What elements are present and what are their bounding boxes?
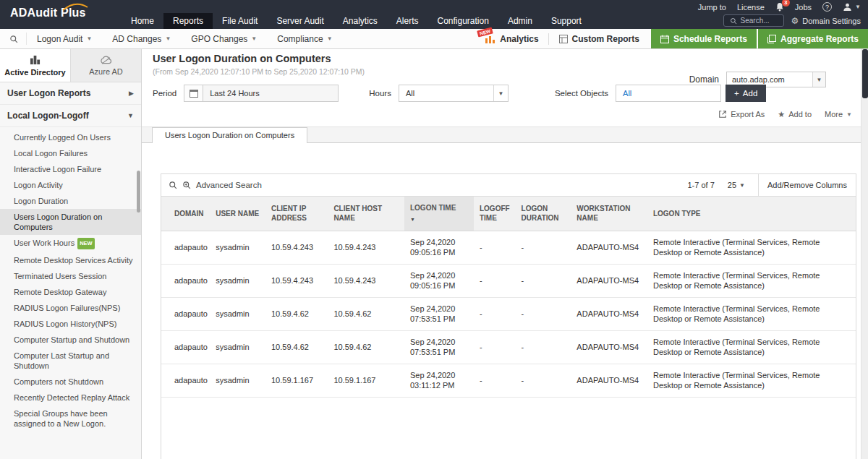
report-date-range: (From Sep 24,2020 12:07:10 PM to Sep 25,… xyxy=(153,67,365,76)
jobs-link[interactable]: Jobs xyxy=(795,3,812,12)
sidebar-item-currently-logged-on-users[interactable]: Currently Logged On Users xyxy=(0,129,141,145)
nav-file-audit[interactable]: File Audit xyxy=(213,13,267,29)
column-header-client-ip[interactable]: CLIENT IP ADDRESS xyxy=(265,197,328,231)
tab-azure-ad[interactable]: Azure AD xyxy=(71,49,141,82)
search-placeholder: Search... xyxy=(741,17,770,25)
jump-to-link[interactable]: Jump to xyxy=(698,3,726,12)
help-button[interactable]: ? xyxy=(822,2,832,12)
sidebar-item-remote-desktop-gateway[interactable]: Remote Desktop Gateway xyxy=(0,284,141,300)
nav-home[interactable]: Home xyxy=(122,13,163,29)
sidebar-item-logon-duration[interactable]: Logon Duration xyxy=(0,193,141,209)
cell-client-host: 10.59.4.62 xyxy=(328,297,404,330)
hours-select[interactable]: All ▼ xyxy=(399,85,509,102)
page-scrollbar-thumb[interactable] xyxy=(862,49,868,98)
chevron-down-icon: ▼ xyxy=(812,72,825,87)
sidebar-item-radius-logon-failures-nps[interactable]: RADIUS Logon Failures(NPS) xyxy=(0,300,141,316)
menu-gpo-changes[interactable]: GPO Changes▼ xyxy=(181,34,267,44)
add-remove-columns-button[interactable]: Add/Remove Columns xyxy=(758,174,856,196)
nav-support[interactable]: Support xyxy=(542,13,591,29)
sidebar-item-computer-startup-and-shutdown[interactable]: Computer Startup and Shutdown xyxy=(0,332,141,348)
search-icon xyxy=(730,17,737,25)
chevron-down-icon: ▼ xyxy=(739,182,745,189)
sidebar-item-computers-not-shutdown[interactable]: Computers not Shutdown xyxy=(0,374,141,390)
sidebar-item-remote-desktop-services-activity[interactable]: Remote Desktop Services Activity xyxy=(0,252,141,268)
tab-users-logon-duration[interactable]: Users Logon Duration on Computers xyxy=(152,127,307,143)
sidebar-item-user-work-hours[interactable]: User Work HoursNEW xyxy=(0,235,141,252)
nav-alerts[interactable]: Alerts xyxy=(387,13,428,29)
menu-compliance[interactable]: Compliance▼ xyxy=(267,34,342,44)
nav-admin[interactable]: Admin xyxy=(498,13,542,29)
column-header-logon-type[interactable]: LOGON TYPE xyxy=(647,197,856,231)
sidebar-section-local-logon-logoff[interactable]: Local Logon-Logoff ▼ xyxy=(0,105,141,127)
domain-settings-button[interactable]: ⚙ Domain Settings xyxy=(791,17,861,25)
period-picker[interactable]: Last 24 Hours xyxy=(184,85,339,102)
cell-domain: adapauto xyxy=(161,264,210,297)
sidebar-item-terminated-users-session[interactable]: Terminated Users Session xyxy=(0,268,141,284)
table-row: adapauto sysadmin 10.59.4.62 10.59.4.62 … xyxy=(161,330,856,364)
cell-client-host: 10.59.4.243 xyxy=(328,264,404,297)
menu-logon-audit[interactable]: Logon Audit▼ xyxy=(27,34,102,44)
sidebar-report-list: Currently Logged On Users Local Logon Fa… xyxy=(0,127,141,437)
cell-logoff-time: - xyxy=(474,264,516,297)
filter-row: Period Last 24 Hours Hours All ▼ Select … xyxy=(153,85,766,102)
advanced-search-button[interactable]: Advanced Search xyxy=(169,181,262,189)
schedule-reports-button[interactable]: Schedule Reports xyxy=(651,29,757,48)
column-header-logon-time[interactable]: LOGON TIME ▼ xyxy=(404,197,474,231)
column-header-logon-duration[interactable]: LOGON DURATION xyxy=(516,197,571,231)
column-header-domain[interactable]: DOMAIN xyxy=(161,197,210,231)
add-button[interactable]: + Add xyxy=(726,85,766,102)
page-size-select[interactable]: 25 ▼ xyxy=(728,181,745,189)
sidebar-item-special-groups-new-logon[interactable]: Special Groups have been assigned to a N… xyxy=(0,406,141,432)
sidebar-item-users-logon-duration-on-computers[interactable]: Users Logon Duration on Computers xyxy=(0,209,141,235)
sidebar-item-recently-detected-replay-attack[interactable]: Recently Detected Replay Attack xyxy=(0,390,141,406)
select-objects-input[interactable]: All xyxy=(616,85,721,102)
table-toolbar-right: 1-7 of 7 25 ▼ Add/Remove Columns xyxy=(687,174,856,196)
export-as-button[interactable]: Export As xyxy=(718,110,765,119)
column-header-workstation[interactable]: WORKSTATION NAME xyxy=(571,197,647,231)
cloud-icon xyxy=(99,56,113,64)
app-logo[interactable]: ADAudit Plus xyxy=(10,7,86,20)
analytics-button[interactable]: NEW Analytics xyxy=(476,29,548,48)
aggregate-reports-button[interactable]: Aggregate Reports xyxy=(758,29,868,48)
calendar-icon xyxy=(190,90,198,98)
sidebar-section-user-logon-reports[interactable]: User Logon Reports ▶ xyxy=(0,82,141,105)
column-header-user-name[interactable]: USER NAME xyxy=(210,197,265,231)
cell-logoff-time: - xyxy=(474,297,516,330)
cell-client-ip: 10.59.1.167 xyxy=(265,364,328,397)
tab-active-directory[interactable]: Active Directory xyxy=(0,49,71,82)
nav-configuration[interactable]: Configuration xyxy=(428,13,498,29)
sidebar-item-radius-logon-history-nps[interactable]: RADIUS Logon History(NPS) xyxy=(0,316,141,332)
account-menu-button[interactable]: ▼ xyxy=(843,2,861,12)
calendar-button[interactable] xyxy=(184,85,203,101)
license-link[interactable]: License xyxy=(737,3,765,12)
adaudit-plus-app: ADAudit Plus Jump to License 3 Jobs ? ▼ … xyxy=(0,0,868,459)
global-search-input[interactable]: Search... xyxy=(723,14,784,27)
column-header-client-host[interactable]: CLIENT HOST NAME xyxy=(328,197,404,231)
sidebar-item-computer-last-startup-and-shutdown[interactable]: Computer Last Startup and Shutdown xyxy=(0,348,141,374)
cell-logon-time: Sep 24,202009:05:16 PM xyxy=(404,231,474,264)
report-table-panel: Advanced Search 1-7 of 7 25 ▼ Add/Remove… xyxy=(161,173,856,459)
notifications-button[interactable]: 3 xyxy=(775,2,784,12)
cell-logon-type: Remote Interactive (Terminal Services, R… xyxy=(647,264,856,297)
sidebar-item-logon-activity[interactable]: Logon Activity xyxy=(0,177,141,193)
nav-reports[interactable]: Reports xyxy=(163,13,213,29)
sidebar-item-interactive-logon-failure[interactable]: Interactive Logon Failure xyxy=(0,161,141,177)
page-scrollbar[interactable] xyxy=(861,49,868,459)
sidebar-scrollbar-thumb[interactable] xyxy=(137,171,140,213)
custom-reports-button[interactable]: Custom Reports xyxy=(549,29,650,48)
cell-logoff-time: - xyxy=(474,364,516,397)
sidebar-item-local-logon-failures[interactable]: Local Logon Failures xyxy=(0,145,141,161)
custom-report-icon xyxy=(559,35,568,43)
report-search-button[interactable] xyxy=(0,33,27,44)
cell-client-host: 10.59.4.62 xyxy=(328,330,404,364)
nav-server-audit[interactable]: Server Audit xyxy=(267,13,333,29)
cell-logon-type: Remote Interactive (Terminal Services, R… xyxy=(647,330,856,364)
cell-domain: adapauto xyxy=(161,364,210,397)
nav-analytics[interactable]: Analytics xyxy=(333,13,387,29)
menu-ad-changes[interactable]: AD Changes▼ xyxy=(102,34,181,44)
add-to-button[interactable]: ★ Add to xyxy=(778,110,812,119)
cell-domain: adapauto xyxy=(161,330,210,364)
cell-user-name: sysadmin xyxy=(210,364,265,397)
more-button[interactable]: More ▼ xyxy=(825,110,852,119)
column-header-logoff-time[interactable]: LOGOFF TIME xyxy=(474,197,516,231)
